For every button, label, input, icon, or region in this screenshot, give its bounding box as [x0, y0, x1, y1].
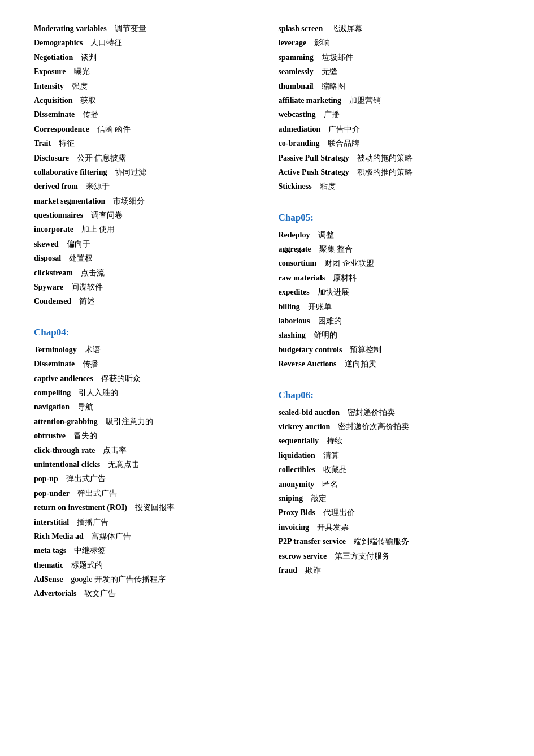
vocab-item: Moderating variables 调节变量: [34, 23, 256, 35]
vocab-english: Rich Media ad: [34, 532, 92, 541]
vocab-item: Advertorials 软文广告: [34, 587, 256, 600]
vocab-chinese: 加盟营销: [349, 96, 381, 105]
vocab-item: budgetary controls 预算控制: [279, 344, 501, 356]
vocab-item: sealed-bid auction 密封递价拍卖: [279, 407, 501, 419]
vocab-chinese: 标题式的: [71, 561, 103, 569]
vocab-item: derived from 来源于: [34, 180, 256, 193]
vocab-chinese: 信函 函件: [97, 125, 131, 133]
vocab-chinese: 联合品牌: [328, 139, 359, 148]
vocab-chinese: 处置权: [69, 254, 93, 262]
vocab-english: Correspondence: [34, 125, 97, 133]
section-col2-2: Chap05:Redeploy 调整aggregate 聚集 整合consort…: [279, 212, 501, 373]
vocab-english: Reverse Auctions: [279, 360, 345, 368]
vocab-item: webcasting 广播: [279, 109, 501, 121]
vocab-english: Spyware: [34, 283, 71, 291]
vocab-item: collectibles 收藏品: [279, 464, 501, 476]
vocab-chinese: 粘度: [320, 182, 336, 191]
vocab-english: consortium: [279, 259, 325, 267]
vocab-item: sniping 敲定: [279, 493, 501, 505]
vocab-item: seamlessly 无缝: [279, 66, 501, 78]
vocab-chinese: 偏向于: [67, 240, 90, 248]
vocab-item: Exposure 曝光: [34, 66, 256, 78]
vocab-english: market segmentation: [34, 197, 113, 205]
vocab-item: co-branding 联合品牌: [279, 137, 501, 150]
vocab-item: AdSense google 开发的广告传播程序: [34, 573, 256, 586]
vocab-english: clickstream: [34, 269, 81, 277]
vocab-english: liquidation: [279, 451, 323, 460]
vocab-item: laborious 困难的: [279, 315, 501, 327]
vocab-chinese: 代理出价: [323, 508, 355, 517]
vocab-chinese: 公开 信息披露: [77, 154, 127, 162]
vocab-item: Reverse Auctions 逆向拍卖: [279, 358, 501, 370]
vocab-item: P2P transfer service 端到端传输服务: [279, 535, 501, 548]
vocab-english: Terminology: [34, 345, 85, 354]
vocab-chinese: 简述: [79, 297, 95, 305]
vocab-english: billing: [279, 303, 308, 311]
vocab-english: co-branding: [279, 139, 328, 148]
vocab-chinese: 聚集 整合: [319, 245, 353, 253]
vocab-chinese: 富媒体广告: [92, 532, 131, 541]
vocab-chinese: 广播: [324, 110, 340, 119]
vocab-english: pop-up: [34, 474, 66, 483]
vocab-item: affiliate marketing 加盟营销: [279, 94, 501, 107]
vocab-item: leverage 影响: [279, 37, 501, 49]
vocab-item: Disseminate 传播: [34, 358, 256, 370]
vocab-chinese: 市场细分: [113, 197, 145, 205]
vocab-english: Disclosure: [34, 154, 77, 162]
section-col2-3: Chap06:sealed-bid auction 密封递价拍卖vickrey …: [279, 390, 501, 579]
vocab-english: fraud: [279, 566, 305, 574]
vocab-chinese: 加上 使用: [81, 225, 115, 234]
vocab-chinese: 调整: [318, 231, 334, 239]
vocab-chinese: 点击率: [103, 446, 127, 455]
vocab-chinese: 敲定: [311, 494, 327, 503]
vocab-chinese: 吸引注意力的: [106, 417, 153, 426]
page: Moderating variables 调节变量Demographics 人口…: [34, 23, 500, 619]
vocab-item: invoicing 开具发票: [279, 521, 501, 534]
vocab-english: attention-grabbing: [34, 417, 106, 426]
vocab-chinese: 调查问卷: [91, 211, 123, 219]
vocab-english: P2P transfer service: [279, 537, 354, 546]
vocab-chinese: google 开发的广告传播程序: [71, 575, 166, 584]
vocab-english: click-through rate: [34, 446, 103, 455]
vocab-item: admediation 广告中介: [279, 123, 501, 136]
vocab-english: Passive Pull Strategy: [279, 154, 357, 162]
vocab-english: sealed-bid auction: [279, 408, 348, 417]
vocab-item: aggregate 聚集 整合: [279, 243, 501, 256]
vocab-english: spamming: [279, 53, 322, 62]
vocab-chinese: 缩略图: [322, 82, 345, 90]
vocab-chinese: 开账单: [308, 303, 332, 311]
section-title-Chap06: Chap06:: [279, 390, 501, 401]
vocab-item: market segmentation 市场细分: [34, 195, 256, 208]
vocab-item: Intensity 强度: [34, 80, 256, 93]
section-col2-1: splash screen 飞溅屏幕leverage 影响spamming 垃圾…: [279, 23, 501, 195]
vocab-item: Active Push Strategy 积极的推的策略: [279, 166, 501, 179]
vocab-english: invoicing: [279, 523, 317, 532]
vocab-english: leverage: [279, 38, 315, 47]
vocab-chinese: 强度: [72, 82, 88, 90]
vocab-english: Demographics: [34, 38, 90, 47]
vocab-chinese: 预算控制: [350, 345, 381, 354]
vocab-item: splash screen 飞溅屏幕: [279, 23, 501, 35]
vocab-item: Demographics 人口特征: [34, 37, 256, 49]
vocab-item: Proxy Bids 代理出价: [279, 507, 501, 519]
vocab-chinese: 积极的推的策略: [357, 168, 413, 176]
vocab-english: laborious: [279, 317, 318, 325]
vocab-english: collectibles: [279, 465, 323, 474]
column-1: Moderating variables 调节变量Demographics 人口…: [34, 23, 256, 619]
section-col1-2: Chap04:Terminology 术语Disseminate 传播capti…: [34, 327, 256, 602]
vocab-english: Disseminate: [34, 110, 83, 119]
vocab-chinese: 开具发票: [317, 523, 349, 532]
vocab-item: collaborative filtering 协同过滤: [34, 166, 256, 179]
vocab-english: incorporate: [34, 225, 81, 234]
vocab-item: Negotiation 谈判: [34, 51, 256, 64]
vocab-english: collaborative filtering: [34, 168, 115, 176]
vocab-item: attention-grabbing 吸引注意力的: [34, 416, 256, 428]
vocab-item: raw materials 原材料: [279, 272, 501, 284]
vocab-english: obtrusive: [34, 431, 73, 440]
vocab-item: thematic 标题式的: [34, 559, 256, 572]
vocab-item: Correspondence 信函 函件: [34, 123, 256, 136]
vocab-english: meta tags: [34, 546, 74, 555]
vocab-item: pop-under 弹出式广告: [34, 487, 256, 500]
vocab-item: questionnaires 调查问卷: [34, 209, 256, 222]
vocab-chinese: 曝光: [74, 67, 90, 76]
